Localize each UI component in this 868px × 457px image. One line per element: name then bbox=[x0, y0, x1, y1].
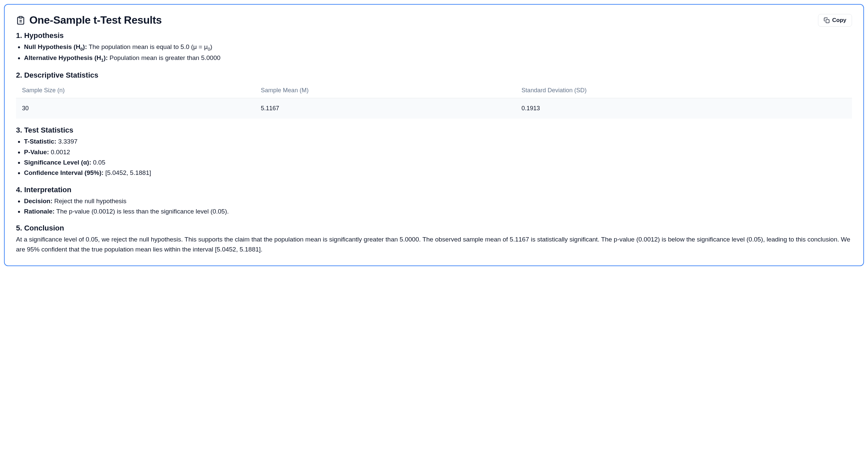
conclusion-heading: 5. Conclusion bbox=[16, 224, 852, 232]
col-sample-mean: Sample Mean (M) bbox=[255, 83, 516, 98]
hypothesis-heading: 1. Hypothesis bbox=[16, 31, 852, 40]
null-hypothesis-text: The population mean is equal to 5.0 (μ =… bbox=[87, 43, 212, 50]
null-hypothesis-label: Null Hypothesis (H0): bbox=[24, 43, 87, 50]
page-title: One-Sample t-Test Results bbox=[29, 14, 162, 26]
list-item: Decision: Reject the null hypothesis bbox=[24, 196, 852, 206]
descriptive-table: Sample Size (n) Sample Mean (M) Standard… bbox=[16, 83, 852, 119]
col-standard-deviation: Standard Deviation (SD) bbox=[516, 83, 852, 98]
rationale-value: The p-value (0.0012) is less than the si… bbox=[55, 208, 229, 215]
rationale-label: Rationale: bbox=[24, 208, 55, 215]
list-item: Rationale: The p-value (0.0012) is less … bbox=[24, 206, 852, 217]
copy-button-label: Copy bbox=[832, 17, 847, 24]
hypothesis-list: Null Hypothesis (H0): The population mea… bbox=[16, 42, 852, 64]
alpha-label: Significance Level (α): bbox=[24, 159, 91, 166]
test-stats-heading: 3. Test Statistics bbox=[16, 126, 852, 135]
decision-value: Reject the null hypothesis bbox=[53, 198, 127, 204]
alpha-value: 0.05 bbox=[91, 159, 105, 166]
list-item: Alternative Hypothesis (H1): Population … bbox=[24, 53, 852, 64]
list-item: T-Statistic: 3.3397 bbox=[24, 137, 852, 146]
conclusion-text: At a significance level of 0.05, we reje… bbox=[16, 234, 852, 254]
list-item: Null Hypothesis (H0): The population mea… bbox=[24, 42, 852, 53]
cell-standard-deviation: 0.1913 bbox=[516, 98, 852, 119]
copy-button[interactable]: Copy bbox=[818, 14, 852, 27]
table-row: 30 5.1167 0.1913 bbox=[16, 98, 852, 119]
test-stats-list: T-Statistic: 3.3397 P-Value: 0.0012 Sign… bbox=[16, 137, 852, 178]
interpretation-heading: 4. Interpretation bbox=[16, 186, 852, 194]
copy-icon bbox=[824, 17, 830, 23]
list-item: P-Value: 0.0012 bbox=[24, 147, 852, 157]
p-value-label: P-Value: bbox=[24, 149, 49, 156]
p-value-value: 0.0012 bbox=[49, 149, 70, 156]
ci-value: [5.0452, 5.1881] bbox=[104, 169, 151, 176]
header-row: One-Sample t-Test Results Copy bbox=[16, 14, 852, 27]
t-statistic-label: T-Statistic: bbox=[24, 138, 56, 145]
alt-hypothesis-text: Population mean is greater than 5.0000 bbox=[108, 54, 220, 61]
table-header-row: Sample Size (n) Sample Mean (M) Standard… bbox=[16, 83, 852, 98]
decision-label: Decision: bbox=[24, 198, 53, 204]
cell-sample-size: 30 bbox=[16, 98, 255, 119]
descriptive-heading: 2. Descriptive Statistics bbox=[16, 71, 852, 79]
ci-label: Confidence Interval (95%): bbox=[24, 169, 104, 176]
svg-rect-1 bbox=[826, 20, 829, 23]
alt-hypothesis-label: Alternative Hypothesis (H1): bbox=[24, 54, 108, 61]
list-item: Significance Level (α): 0.05 bbox=[24, 158, 852, 168]
cell-sample-mean: 5.1167 bbox=[255, 98, 516, 119]
t-statistic-value: 3.3397 bbox=[56, 138, 78, 145]
title-wrap: One-Sample t-Test Results bbox=[16, 14, 162, 26]
list-item: Confidence Interval (95%): [5.0452, 5.18… bbox=[24, 168, 852, 178]
results-card: One-Sample t-Test Results Copy 1. Hypoth… bbox=[4, 4, 864, 266]
col-sample-size: Sample Size (n) bbox=[16, 83, 255, 98]
interpretation-list: Decision: Reject the null hypothesis Rat… bbox=[16, 196, 852, 217]
svg-rect-0 bbox=[19, 16, 22, 18]
clipboard-icon bbox=[16, 15, 25, 25]
